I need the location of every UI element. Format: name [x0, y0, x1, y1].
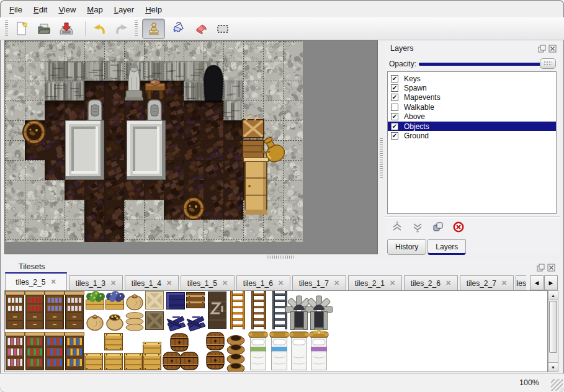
- eraser-button[interactable]: [191, 19, 210, 38]
- duplicate-layer-button[interactable]: [431, 220, 445, 234]
- close-tab-icon[interactable]: ✕: [110, 280, 116, 287]
- new-file-icon: [14, 21, 29, 36]
- menu-item-map[interactable]: Map: [81, 2, 108, 16]
- redo-button[interactable]: [112, 19, 131, 38]
- menu-item-edit[interactable]: Edit: [28, 2, 53, 16]
- tilesets-panel-float-button[interactable]: [537, 263, 545, 271]
- layer-actions-toolbar: [385, 216, 560, 236]
- scrollbar-thumb[interactable]: [549, 301, 557, 353]
- save-file-button[interactable]: [57, 19, 76, 38]
- tileset-tab-tiles_1_7[interactable]: tiles_1_7✕: [292, 275, 346, 290]
- tileset-tab-scroll-buttons: ◀▶: [530, 275, 558, 290]
- close-tab-icon[interactable]: ✕: [222, 280, 228, 287]
- tilesets-panel-close-button[interactable]: [547, 263, 555, 271]
- undo-icon: [92, 21, 107, 36]
- opacity-slider-handle[interactable]: [540, 58, 556, 69]
- open-file-button[interactable]: [35, 19, 53, 38]
- toolbar-separator: [85, 21, 86, 36]
- layer-row-spawn[interactable]: ✔Spawn: [388, 83, 556, 92]
- tileset-scrollbar[interactable]: ▲ ▼: [548, 290, 558, 372]
- menu-bar: FileEditViewMapLayerHelp: [4, 2, 560, 17]
- close-tab-icon[interactable]: ✕: [445, 280, 451, 287]
- layer-row-mapevents[interactable]: ✔Mapevents: [388, 93, 556, 102]
- tileset-tab-tiles_2_7[interactable]: tiles_2_7✕: [460, 275, 514, 290]
- tilesets-panel-title: Tilesets: [19, 262, 45, 271]
- scroll-down-button[interactable]: ▼: [548, 362, 558, 372]
- tileset-tab-tiles_2_6[interactable]: tiles_2_6✕: [404, 275, 458, 290]
- tileset-tab-label: tiles_1_5: [187, 279, 217, 288]
- layer-visibility-checkbox[interactable]: [391, 104, 398, 111]
- tilesets-panel: Tilesets tiles_2_5✕tiles_1_3✕tiles_1_4✕t…: [2, 259, 562, 373]
- close-tab-icon[interactable]: ✕: [166, 280, 172, 287]
- undo-button[interactable]: [90, 19, 109, 38]
- layer-label: Above: [404, 112, 425, 121]
- tileset-tab-label: tiles_1_6: [243, 279, 273, 288]
- menu-item-view[interactable]: View: [53, 2, 81, 16]
- tileset-canvas[interactable]: [5, 291, 547, 372]
- toolbar: [0, 17, 564, 40]
- map-canvas[interactable]: [5, 41, 303, 242]
- tileset-tab-tiles_2_1[interactable]: tiles_2_1✕: [348, 275, 402, 290]
- open-file-icon: [37, 21, 51, 36]
- layer-row-above[interactable]: ✔Above: [388, 112, 556, 122]
- layer-row-objects[interactable]: ✔Objects: [388, 122, 556, 131]
- move-layer-down-button[interactable]: [410, 220, 425, 234]
- tileset-tab-label: tiles_2_6: [411, 279, 441, 288]
- layer-visibility-checkbox[interactable]: ✔: [391, 84, 398, 92]
- horizontal-splitter[interactable]: [0, 254, 564, 259]
- tileset-tab-tiles_2[interactable]: tiles_2: [516, 275, 526, 290]
- menu-item-help[interactable]: Help: [140, 2, 168, 16]
- stamp-button[interactable]: [142, 19, 165, 39]
- splitter-grip-icon: [380, 138, 383, 179]
- layer-row-walkable[interactable]: Walkable: [388, 102, 556, 112]
- layer-row-ground[interactable]: ✔Ground: [388, 131, 556, 140]
- status-bar: 100%: [0, 373, 564, 392]
- map-viewport: [4, 40, 378, 254]
- dock-tab-history[interactable]: History: [387, 239, 426, 255]
- layer-visibility-checkbox[interactable]: ✔: [391, 94, 398, 101]
- layer-visibility-checkbox[interactable]: ✔: [391, 113, 398, 120]
- opacity-slider-track[interactable]: [419, 63, 555, 66]
- delete-layer-icon: [452, 221, 465, 233]
- tileset-tab-tiles_1_4[interactable]: tiles_1_4✕: [125, 275, 179, 290]
- close-tab-icon[interactable]: ✕: [278, 280, 284, 287]
- tileset-tab-tiles_1_3[interactable]: tiles_1_3✕: [69, 275, 123, 290]
- close-tab-icon[interactable]: ✕: [390, 280, 395, 287]
- tileset-tab-tiles_2_5[interactable]: tiles_2_5✕: [5, 272, 67, 290]
- close-tab-icon[interactable]: ✕: [501, 280, 507, 287]
- tileset-tab-label: tiles_2_1: [355, 279, 385, 288]
- fill-button[interactable]: [169, 19, 187, 38]
- layer-visibility-checkbox[interactable]: ✔: [391, 132, 398, 140]
- new-file-button[interactable]: [12, 19, 31, 38]
- tileset-tab-tiles_1_6[interactable]: tiles_1_6✕: [236, 275, 290, 290]
- redo-icon: [114, 21, 129, 36]
- toolbar-grip-icon: [5, 20, 8, 37]
- layers-panel-float-button[interactable]: [538, 44, 546, 52]
- menu-item-file[interactable]: File: [4, 2, 28, 16]
- scroll-tabs-left-button[interactable]: ◀: [530, 275, 544, 290]
- opacity-slider[interactable]: [419, 56, 556, 71]
- tileset-tab-label: tiles_2_5: [16, 278, 45, 287]
- close-tab-icon[interactable]: ✕: [50, 278, 56, 285]
- tileset-tab-bar: tiles_2_5✕tiles_1_3✕tiles_1_4✕tiles_1_5✕…: [5, 272, 526, 290]
- duplicate-layer-icon: [432, 221, 444, 233]
- select-button[interactable]: [213, 19, 232, 38]
- tileset-tab-tiles_1_5[interactable]: tiles_1_5✕: [181, 275, 235, 290]
- scroll-up-button[interactable]: ▲: [548, 291, 558, 300]
- dock-tab-layers[interactable]: Layers: [427, 239, 466, 255]
- menu-item-layer[interactable]: Layer: [109, 2, 140, 16]
- eraser-icon: [193, 21, 208, 36]
- move-layer-down-icon: [411, 221, 424, 233]
- close-tab-icon[interactable]: ✕: [334, 280, 339, 287]
- layer-visibility-checkbox[interactable]: ✔: [391, 123, 398, 130]
- layers-panel-close-button[interactable]: [548, 44, 557, 52]
- scroll-tabs-right-button[interactable]: ▶: [544, 275, 558, 290]
- move-layer-up-button[interactable]: [390, 220, 405, 234]
- vertical-splitter[interactable]: [378, 40, 385, 254]
- resize-grip[interactable]: [551, 379, 563, 391]
- layer-label: Spawn: [404, 84, 427, 92]
- layer-row-keys[interactable]: ✔Keys: [388, 74, 556, 83]
- layer-visibility-checkbox[interactable]: ✔: [391, 75, 398, 82]
- delete-layer-button[interactable]: [451, 220, 466, 234]
- layer-label: Objects: [404, 122, 429, 131]
